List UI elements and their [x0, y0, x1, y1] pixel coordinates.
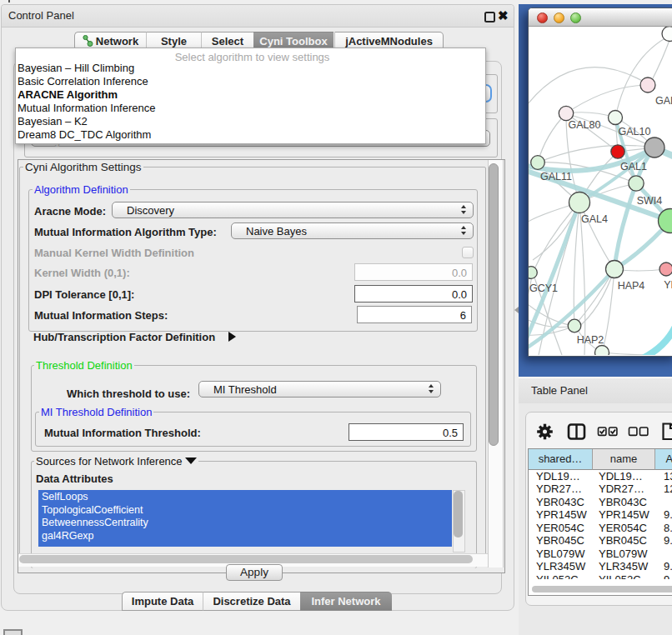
- svg-text:YEL: YEL: [664, 279, 672, 291]
- svg-text:GCY1: GCY1: [529, 282, 558, 294]
- svg-text:GAL7: GAL7: [655, 95, 672, 107]
- svg-text:GAL4: GAL4: [581, 213, 608, 225]
- svg-text:SWI4: SWI4: [637, 195, 663, 207]
- svg-text:HAP4: HAP4: [618, 280, 645, 292]
- svg-text:HAP2: HAP2: [577, 334, 604, 346]
- svg-text:GAL10: GAL10: [619, 126, 651, 138]
- svg-text:GAL1: GAL1: [620, 161, 647, 172]
- svg-text:GAL11: GAL11: [540, 171, 572, 182]
- svg-text:GAL80: GAL80: [569, 119, 601, 131]
